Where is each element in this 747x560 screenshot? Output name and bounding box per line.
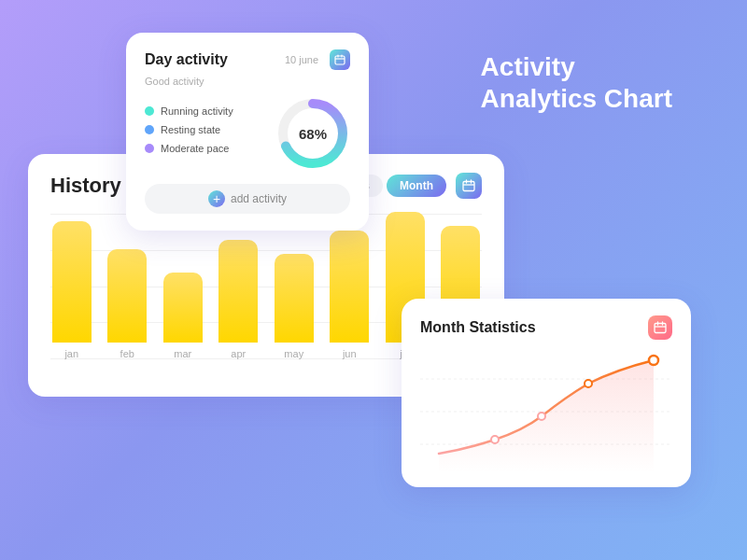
bar-jan (52, 221, 92, 343)
bar-may (275, 254, 314, 343)
legend-item-moderate: Moderate pace (145, 143, 262, 154)
add-activity-label: add activity (231, 192, 287, 205)
resting-label: Resting state (161, 124, 220, 135)
bar-apr (218, 240, 258, 343)
day-activity-calendar-icon (330, 49, 350, 70)
running-label: Running activity (161, 105, 233, 117)
bar-label-feb: feb (120, 348, 134, 359)
resting-dot (145, 125, 154, 134)
add-icon: + (208, 190, 225, 207)
month-stats-card: Month Statistics (402, 299, 691, 487)
bar-label-jun: jun (343, 348, 357, 359)
bar-group-apr: apr (218, 240, 261, 359)
moderate-label: Moderate pace (161, 143, 229, 154)
legend-item-running: Running activity (145, 105, 262, 117)
bar-group-jan: jan (50, 221, 93, 359)
legend-list: Running activity Resting state Moderate … (145, 105, 262, 161)
history-calendar-icon[interactable] (456, 173, 482, 199)
bar-group-feb: feb (106, 249, 149, 359)
svg-point-8 (491, 436, 499, 443)
running-dot (145, 106, 154, 116)
month-stats-calendar-icon (648, 315, 672, 340)
add-activity-button[interactable]: + add activity (145, 184, 350, 214)
bar-jun (330, 231, 369, 343)
bar-label-may: may (284, 348, 303, 359)
line-chart (420, 351, 672, 472)
svg-point-9 (538, 413, 545, 420)
title-line1: Activity (481, 51, 672, 83)
bar-group-mar: mar (162, 273, 204, 359)
good-activity-label: Good activity (145, 76, 350, 87)
svg-point-11 (649, 356, 658, 365)
svg-rect-0 (335, 56, 345, 64)
bar-mar (163, 273, 203, 343)
history-title: History (50, 174, 121, 198)
day-activity-title: Day activity (145, 51, 228, 68)
day-activity-card: Day activity 10 june Good activity Runni… (126, 33, 369, 231)
bar-label-apr: apr (231, 348, 246, 359)
svg-point-10 (585, 380, 592, 387)
svg-rect-3 (463, 182, 474, 191)
day-activity-date: 10 june (285, 54, 318, 65)
bar-feb (107, 249, 147, 343)
month-stats-title: Month Statistics (420, 319, 536, 336)
bar-group-jun: jun (329, 231, 372, 359)
moderate-dot (145, 144, 154, 153)
donut-chart: 68% (275, 96, 350, 171)
svg-rect-4 (655, 324, 666, 333)
bar-label-jan: jan (64, 348, 78, 359)
legend-item-resting: Resting state (145, 124, 262, 135)
bar-group-may: may (273, 254, 316, 359)
donut-percent: 68% (299, 126, 327, 142)
title-line2: Analytics Chart (481, 83, 672, 115)
tab-month[interactable]: Month (387, 175, 446, 197)
page-title: Activity Analytics Chart (481, 51, 672, 114)
bar-label-mar: mar (174, 348, 191, 359)
